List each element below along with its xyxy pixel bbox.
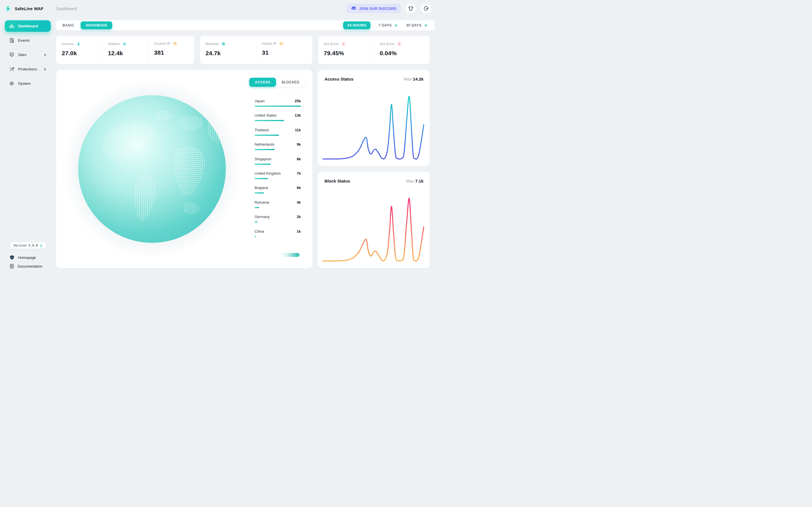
stat-value: 381	[154, 49, 192, 56]
country-bar-track	[255, 192, 301, 193]
version-badge[interactable]: Version 5.0.0	[10, 242, 46, 249]
ip-badge-icon: IP	[279, 41, 284, 46]
country-bar	[255, 106, 301, 107]
stats-card-blocked: Blocked 24.7k Attack IP IP 31	[200, 36, 312, 64]
country-value: 2k	[297, 215, 301, 219]
stat-attack-ip: Attack IP IP 31	[256, 41, 312, 64]
safeline-waf-dashboard: SafeLine WAF Dashboard JOIN OUR DISCORD	[0, 0, 434, 276]
sidebar-item-system[interactable]: System	[5, 78, 51, 89]
ip-badge-icon: IP	[173, 41, 177, 46]
discord-button-label: JOIN OUR DISCORD	[359, 6, 396, 11]
safeline-logo-icon	[4, 5, 12, 12]
sidebar-nav: Dashboard Events Sites	[0, 17, 56, 89]
toolbar: BASIC ADVANCED 24 HOURS 7 DAYS 30 DA	[56, 20, 434, 31]
max-label: Max	[406, 179, 414, 183]
country-name: United Kingdom	[255, 171, 281, 175]
sidebar-footer: Version 5.0.0 Homepage	[0, 242, 56, 270]
stat-5xx-error: 5xx Error ! 0.04%	[374, 41, 430, 64]
mode-advanced-tab[interactable]: ADVANCED	[81, 21, 112, 29]
stat-label: Visitors	[108, 42, 120, 46]
topbar: SafeLine WAF Dashboard JOIN OUR DISCORD	[0, 0, 434, 17]
max-label: Max	[404, 76, 412, 81]
access-status-card: Access Status Max14.2k	[318, 70, 430, 166]
range-label: 7 DAYS	[378, 23, 392, 27]
stat-label: Attack IP	[262, 41, 276, 46]
mode-basic-tab[interactable]: BASIC	[63, 23, 74, 27]
country-bar	[255, 120, 284, 121]
stats-card-access: Access 27.0k Visitors	[56, 36, 194, 64]
max-value: 14.2k	[413, 76, 423, 81]
discord-icon	[351, 6, 356, 11]
stat-value: 24.7k	[206, 50, 254, 57]
tshirt-icon	[408, 6, 414, 11]
toggle-access[interactable]: ACCESS	[249, 78, 276, 87]
stat-blocked: Blocked 24.7k	[200, 41, 256, 64]
stat-value: 31	[262, 49, 310, 56]
merch-button[interactable]	[405, 3, 416, 14]
gear-icon	[9, 81, 14, 86]
country-value: 6k	[297, 186, 301, 190]
globe-visualization	[62, 79, 242, 259]
pro-bolt-icon	[424, 23, 428, 27]
country-name: Thailand	[255, 128, 269, 132]
sidebar-item-label: Events	[18, 38, 30, 43]
sidebar-item-label: System	[18, 81, 31, 86]
alert-icon: !	[397, 41, 402, 46]
access-status-chart	[321, 93, 426, 163]
country-row: Netherlands 9k	[255, 142, 301, 157]
chevron-right-icon	[43, 53, 47, 57]
country-row: Singapore 8k	[255, 157, 301, 171]
country-name: Bulgaria	[255, 186, 268, 190]
country-value: 25k	[295, 99, 301, 103]
sidebar-item-label: Dashboard	[18, 24, 38, 28]
sidebar-item-dashboard[interactable]: Dashboard	[5, 20, 51, 32]
country-value: 11k	[295, 128, 301, 132]
country-row: Thailand 11k	[255, 128, 301, 142]
documentation-link[interactable]: Documentation	[0, 262, 56, 270]
stats-card-errors: 4xx Error ! 79.45% 5xx Error ! 0.04%	[318, 36, 430, 64]
pro-bolt-icon	[394, 23, 398, 27]
sidebar-item-label: Sites	[18, 53, 27, 57]
chart-max: Max14.2k	[404, 76, 423, 81]
country-row: Bulgaria 6k	[255, 186, 301, 200]
block-status-chart	[321, 194, 426, 265]
country-bar	[255, 236, 256, 237]
sidebar-item-sites[interactable]: Sites	[5, 49, 51, 61]
country-name: Netherlands	[255, 142, 274, 147]
country-name: China	[255, 229, 264, 233]
range-24-hours[interactable]: 24 HOURS	[343, 21, 370, 29]
range-7-days[interactable]: 7 DAYS	[378, 21, 398, 29]
country-bar-track	[255, 120, 301, 121]
join-discord-button[interactable]: JOIN OUR DISCORD	[347, 4, 401, 13]
range-30-days[interactable]: 30 DAYS	[406, 21, 428, 29]
max-value: 7.1k	[415, 179, 423, 183]
toggle-blocked[interactable]: BLOCKED	[276, 78, 305, 87]
country-name: Japan	[255, 99, 264, 103]
stat-value: 12.4k	[108, 50, 146, 57]
country-bar	[255, 135, 279, 136]
document-icon	[9, 264, 14, 269]
country-value: 9k	[297, 142, 301, 147]
time-range-selector: 24 HOURS 7 DAYS 30 DAYS	[343, 21, 428, 29]
homepage-link[interactable]: Homepage	[0, 253, 56, 262]
bar-chart-icon	[9, 23, 14, 29]
chart-title: Block Status	[324, 179, 350, 183]
country-value: 1k	[297, 229, 301, 233]
sidebar-item-protections[interactable]: Protections	[5, 63, 51, 75]
tools-icon	[9, 66, 14, 72]
sidebar-item-events[interactable]: Events	[5, 35, 51, 46]
app-title: SafeLine WAF	[15, 6, 43, 11]
users-icon	[122, 41, 127, 46]
brand: SafeLine WAF	[4, 5, 56, 12]
stat-access: Access 27.0k	[56, 41, 102, 64]
version-label: Version 5.0.0	[13, 244, 38, 247]
logout-button[interactable]	[421, 3, 432, 14]
country-bar	[255, 192, 264, 193]
country-name: Romania	[255, 200, 269, 205]
chevron-right-icon	[43, 68, 47, 71]
range-label: 30 DAYS	[406, 23, 421, 27]
stat-value: 79.45%	[324, 50, 371, 57]
user-icon	[76, 41, 81, 46]
country-value: 8k	[297, 157, 301, 161]
target-icon	[221, 41, 226, 46]
